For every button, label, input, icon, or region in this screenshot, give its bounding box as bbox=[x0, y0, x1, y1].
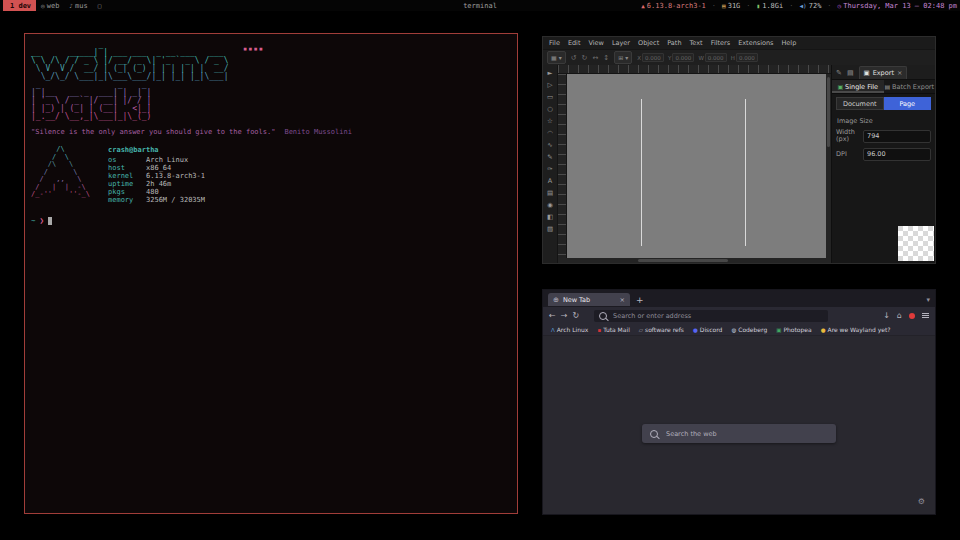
browser-tab[interactable]: ⊕ New Tab × bbox=[548, 293, 630, 306]
field-value[interactable]: 0.000 bbox=[705, 53, 727, 62]
star-tool[interactable]: ☆ bbox=[544, 115, 556, 126]
inkscape-window[interactable]: File Edit View Layer Object Path Text Fi… bbox=[542, 36, 936, 264]
bookmark-label: Are we Wayland yet? bbox=[828, 326, 891, 333]
field-value[interactable]: 0.000 bbox=[736, 53, 758, 62]
flip-horizontal-icon[interactable]: ↔ bbox=[592, 54, 598, 62]
flip-vertical-icon[interactable]: ↕ bbox=[603, 54, 609, 62]
fetch-value: 3256M / 32035M bbox=[146, 196, 205, 204]
pencil-dialog-icon[interactable]: ✎ bbox=[836, 69, 842, 79]
export-tab-label: Export bbox=[873, 69, 894, 77]
layers-dialog-icon[interactable]: ▤ bbox=[847, 69, 854, 79]
search-icon bbox=[599, 312, 607, 320]
page-guide[interactable] bbox=[745, 99, 746, 246]
menu-item[interactable]: Layer bbox=[612, 39, 630, 47]
coordinate-field[interactable]: H 0.000 bbox=[731, 53, 758, 62]
text-tool[interactable]: A bbox=[544, 175, 556, 186]
menu-item[interactable]: File bbox=[549, 39, 560, 47]
close-icon[interactable]: × bbox=[897, 69, 902, 77]
menu-item[interactable]: Extensions bbox=[738, 39, 773, 47]
horizontal-ruler[interactable] bbox=[558, 65, 831, 74]
bookmark-are-we-wayland-yet[interactable]: ● Are we Wayland yet? bbox=[821, 326, 891, 333]
pen-tool[interactable]: ✑ bbox=[544, 163, 556, 174]
field-value[interactable]: 0.000 bbox=[672, 53, 694, 62]
menu-item[interactable]: View bbox=[588, 39, 603, 47]
terminal-window[interactable]: ▪▪▪▪ _ __ _____| | ___ ___ _ __ ___ ___ … bbox=[24, 33, 518, 514]
rectangle-tool[interactable]: ▭ bbox=[544, 91, 556, 102]
fetch-row: host x86_64 bbox=[108, 164, 205, 172]
field-value[interactable]: 0.000 bbox=[642, 53, 664, 62]
web-search-box[interactable] bbox=[642, 424, 836, 443]
export-field-input[interactable]: 96.00 bbox=[863, 148, 931, 161]
inkscape-canvas[interactable] bbox=[567, 74, 826, 258]
field-label: H bbox=[731, 55, 735, 61]
forward-button[interactable]: → bbox=[561, 311, 568, 320]
rotate-ccw-icon[interactable]: ↺ bbox=[571, 54, 577, 62]
horizontal-scrollbar[interactable] bbox=[558, 258, 831, 263]
download-icon[interactable]: ↓ bbox=[883, 311, 890, 320]
tab-bar: ⊕ New Tab × + ▾ bbox=[543, 290, 935, 307]
bookmark-photopea[interactable]: ▣ Photopea bbox=[776, 326, 812, 333]
new-tab-button[interactable]: + bbox=[636, 295, 644, 305]
menu-item[interactable]: Help bbox=[781, 39, 796, 47]
list-tabs-icon[interactable]: ▾ bbox=[926, 296, 930, 304]
personalize-gear-icon[interactable]: ⚙ bbox=[918, 497, 925, 506]
vertical-ruler[interactable] bbox=[558, 74, 567, 258]
address-input[interactable] bbox=[611, 311, 823, 321]
ellipse-tool[interactable]: ○ bbox=[544, 103, 556, 114]
bookmark-label: Tuta Mail bbox=[603, 326, 630, 333]
spiral-tool[interactable]: ∿ bbox=[544, 139, 556, 150]
page-button[interactable]: Page bbox=[884, 97, 932, 110]
bookmark-tuta-mail[interactable]: ▪ Tuta Mail bbox=[597, 326, 629, 333]
document-button[interactable]: Document bbox=[836, 97, 884, 110]
selector-tool[interactable]: ► bbox=[544, 67, 556, 78]
single-file-tab[interactable]: ▣ Single File bbox=[832, 80, 884, 93]
paint-bucket-tool[interactable]: ◧ bbox=[544, 211, 556, 222]
menu-item[interactable]: Text bbox=[690, 39, 703, 47]
mode-icon: ▣ bbox=[837, 83, 843, 90]
batch-export-tab[interactable]: ▤ Batch Export bbox=[884, 80, 936, 93]
export-dialog-tab[interactable]: ▣ Export × bbox=[859, 66, 908, 79]
coordinate-field[interactable]: Y 0.000 bbox=[668, 53, 694, 62]
3dbox-tool[interactable]: ◠ bbox=[544, 127, 556, 138]
extension-icon[interactable] bbox=[909, 313, 915, 319]
reload-button[interactable]: ↻ bbox=[572, 311, 579, 320]
selection-icon: ▦ bbox=[551, 54, 557, 61]
pencil-tool[interactable]: ✎ bbox=[544, 151, 556, 162]
rotate-cw-icon[interactable]: ↻ bbox=[582, 54, 588, 62]
bookmark-codeberg[interactable]: ◍ Codeberg bbox=[731, 326, 767, 333]
home-icon[interactable]: ⌂ bbox=[897, 311, 902, 320]
coordinate-field[interactable]: X 0.000 bbox=[637, 53, 664, 62]
menu-icon[interactable] bbox=[922, 313, 929, 318]
gradient-tool[interactable]: ▤ bbox=[544, 187, 556, 198]
bookmark-arch-linux[interactable]: Λ Arch Linux bbox=[551, 326, 588, 333]
field-label: Y bbox=[668, 55, 671, 61]
export-field-input[interactable]: 794 bbox=[863, 130, 931, 143]
text-cursor bbox=[48, 217, 52, 225]
node-tool[interactable]: ▷ bbox=[544, 79, 556, 90]
dropper-tool[interactable]: ◉ bbox=[544, 199, 556, 210]
back-button[interactable]: ← bbox=[549, 311, 556, 320]
browser-window[interactable]: ⊕ New Tab × + ▾ ← → ↻ ↓ ⌂ Λ Arch Linux bbox=[542, 289, 936, 515]
bookmark-discord[interactable]: ● Discord bbox=[693, 326, 722, 333]
address-bar[interactable] bbox=[594, 310, 828, 322]
close-tab-icon[interactable]: × bbox=[620, 296, 625, 304]
select-all-dropdown[interactable]: ▦▾ bbox=[547, 51, 566, 64]
menu-item[interactable]: Path bbox=[667, 39, 681, 47]
menu-item[interactable]: Edit bbox=[568, 39, 581, 47]
bookmark-favicon: ▱ bbox=[639, 327, 643, 333]
banner-accent: ▪▪▪▪ bbox=[243, 45, 264, 53]
export-panel: ✎ ▤ ▣ Export × ▣ Single File ▤ bbox=[831, 65, 935, 263]
menu-item[interactable]: Object bbox=[638, 39, 659, 47]
page-guide[interactable] bbox=[641, 99, 642, 246]
coordinate-field[interactable]: W 0.000 bbox=[698, 53, 726, 62]
fetch-row: kernel 6.13.8-arch3-1 bbox=[108, 172, 205, 180]
align-dropdown[interactable]: ⊞▾ bbox=[614, 51, 632, 64]
bookmark-favicon: ● bbox=[821, 327, 826, 333]
bookmark-software-refs[interactable]: ▱ software refs bbox=[639, 326, 684, 333]
web-search-input[interactable] bbox=[664, 429, 828, 439]
mode-label: Batch Export bbox=[892, 83, 934, 91]
export-fields: Width (px) 794 DPI 96.00 bbox=[832, 127, 935, 163]
shell-prompt[interactable]: ~ ❯ bbox=[31, 216, 511, 225]
menu-item[interactable]: Filters bbox=[711, 39, 730, 47]
mesh-tool[interactable]: ▨ bbox=[544, 223, 556, 234]
